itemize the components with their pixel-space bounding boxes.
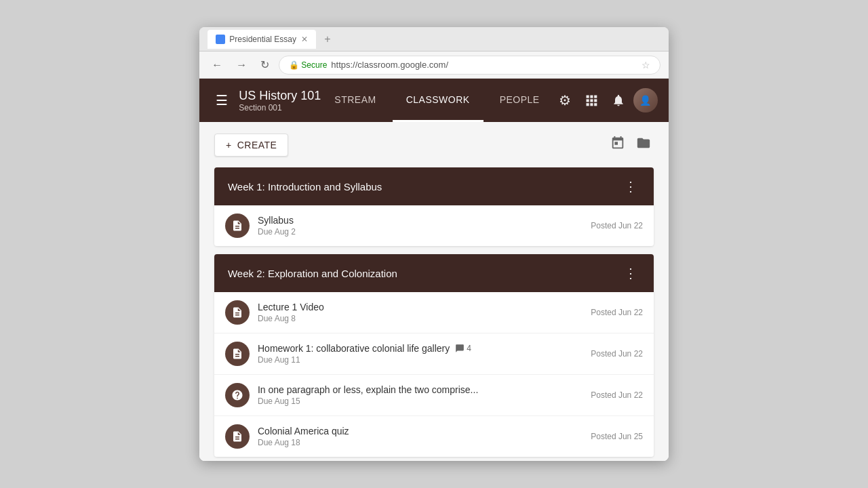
- comment-count: 4: [467, 344, 471, 353]
- comment-badge: 4: [455, 344, 471, 353]
- avatar[interactable]: 👤: [633, 88, 658, 113]
- tab-close-button[interactable]: ✕: [301, 35, 308, 44]
- nav-people[interactable]: PEOPLE: [486, 79, 553, 122]
- nav-icons: ⚙ 👤: [553, 87, 658, 114]
- avatar-image: 👤: [633, 88, 658, 113]
- content-wrapper: + CREATE: [203, 133, 665, 461]
- assignment-icon-lecture1: [225, 300, 250, 325]
- assignment-homework1-title-row: Homework 1: collaborative colonial life …: [258, 343, 583, 354]
- course-title: US History 101: [239, 89, 321, 103]
- tab-title: Presidential Essay: [229, 35, 296, 44]
- new-tab-button[interactable]: +: [321, 33, 333, 45]
- nav-stream[interactable]: STREAM: [321, 79, 389, 122]
- address-bar[interactable]: 🔒 Secure https://classroom.google.com/ ☆: [279, 56, 660, 75]
- topic-week1-header: Week 1: Introduction and Syllabus ⋮: [214, 167, 654, 205]
- main-area[interactable]: + CREATE: [199, 122, 668, 461]
- url-text: https://classroom.google.com/: [331, 60, 448, 70]
- assignment-lecture1-info: Lecture 1 Video Due Aug 8: [258, 302, 583, 323]
- svg-rect-1: [590, 96, 593, 98]
- assignment-homework1[interactable]: Homework 1: collaborative colonial life …: [214, 333, 654, 375]
- settings-button[interactable]: ⚙: [553, 87, 576, 114]
- svg-rect-5: [594, 99, 597, 102]
- topic-week2-header: Week 2: Exploration and Colonization ⋮: [214, 254, 654, 292]
- top-nav: ☰ US History 101 Section 001 STREAM CLAS…: [199, 79, 668, 122]
- app-content: ☰ US History 101 Section 001 STREAM CLAS…: [199, 79, 668, 461]
- assignment-lecture1[interactable]: Lecture 1 Video Due Aug 8 Posted Jun 22: [214, 292, 654, 333]
- assignment-homework1-info: Homework 1: collaborative colonial life …: [258, 343, 583, 365]
- assignment-syllabus[interactable]: Syllabus Due Aug 2 Posted Jun 22: [214, 205, 654, 246]
- browser-tab[interactable]: Presidential Essay ✕: [208, 30, 316, 49]
- assignment-icon-homework1: [225, 342, 250, 366]
- assignment-syllabus-due: Due Aug 2: [258, 227, 583, 237]
- nav-classwork[interactable]: CLASSWORK: [393, 79, 484, 122]
- assignment-colonial-quiz-due: Due Aug 18: [258, 438, 583, 447]
- assignment-colonial-quiz-title: Colonial America quiz: [258, 426, 349, 436]
- notifications-button[interactable]: [606, 88, 631, 113]
- svg-rect-6: [586, 103, 589, 106]
- course-section: Section 001: [239, 103, 321, 113]
- assignment-homework1-due: Due Aug 11: [258, 355, 583, 365]
- assignment-lecture1-due: Due Aug 8: [258, 314, 583, 323]
- create-button[interactable]: + CREATE: [214, 134, 288, 157]
- nav-links: STREAM CLASSWORK PEOPLE: [321, 79, 553, 122]
- svg-rect-2: [594, 96, 597, 98]
- folder-icon-button[interactable]: [633, 133, 654, 157]
- create-plus-icon: +: [226, 140, 232, 150]
- svg-rect-4: [590, 99, 593, 102]
- assignment-lecture1-title: Lecture 1 Video: [258, 302, 324, 312]
- assignment-colonial-quiz-posted: Posted Jun 25: [591, 432, 643, 441]
- topic-week2-title: Week 2: Exploration and Colonization: [228, 268, 397, 279]
- toolbar-icons: [608, 133, 654, 157]
- assignment-lecture1-posted: Posted Jun 22: [591, 308, 643, 317]
- secure-label: Secure: [301, 60, 327, 70]
- assignment-syllabus-title-row: Syllabus: [258, 215, 583, 226]
- assignment-syllabus-info: Syllabus Due Aug 2: [258, 215, 583, 237]
- apps-button[interactable]: [579, 88, 604, 113]
- topic-week1-menu-button[interactable]: ⋮: [621, 177, 640, 196]
- forward-button[interactable]: →: [232, 58, 251, 73]
- assignment-paragraph-question[interactable]: In one paragraph or less, explain the tw…: [214, 375, 654, 416]
- assignment-homework1-title: Homework 1: collaborative colonial life …: [258, 343, 450, 354]
- assignment-paragraph-title-row: In one paragraph or less, explain the tw…: [258, 384, 583, 395]
- topic-week2: Week 2: Exploration and Colonization ⋮: [214, 254, 654, 457]
- assignment-colonial-quiz-info: Colonial America quiz Due Aug 18: [258, 426, 583, 447]
- topic-week2-assignments: Lecture 1 Video Due Aug 8 Posted Jun 22: [214, 292, 654, 457]
- assignment-icon-colonial-quiz: [225, 424, 250, 449]
- assignment-colonial-quiz-title-row: Colonial America quiz: [258, 426, 583, 436]
- course-title-block: US History 101 Section 001: [239, 89, 321, 113]
- secure-badge: 🔒 Secure: [289, 60, 327, 70]
- toolbar-row: + CREATE: [214, 133, 654, 157]
- assignment-syllabus-title: Syllabus: [258, 215, 294, 226]
- assignment-paragraph-title: In one paragraph or less, explain the tw…: [258, 384, 478, 395]
- topic-week1-assignments: Syllabus Due Aug 2 Posted Jun 22: [214, 205, 654, 246]
- svg-rect-7: [590, 103, 593, 106]
- assignment-paragraph-due: Due Aug 15: [258, 396, 583, 406]
- lock-icon: 🔒: [289, 60, 299, 70]
- hamburger-button[interactable]: ☰: [210, 87, 233, 114]
- assignment-icon-paragraph: [225, 383, 250, 407]
- svg-rect-8: [594, 103, 597, 106]
- tab-favicon: [216, 35, 225, 44]
- svg-rect-3: [586, 99, 589, 102]
- assignment-icon-syllabus: [225, 214, 250, 238]
- bookmark-icon[interactable]: ☆: [642, 60, 650, 70]
- reload-button[interactable]: ↻: [256, 57, 273, 73]
- topic-week2-menu-button[interactable]: ⋮: [621, 264, 640, 283]
- back-button[interactable]: ←: [208, 58, 226, 73]
- svg-rect-0: [586, 96, 589, 98]
- assignment-paragraph-posted: Posted Jun 22: [591, 390, 643, 400]
- topic-week1: Week 1: Introduction and Syllabus ⋮: [214, 167, 654, 246]
- assignment-paragraph-info: In one paragraph or less, explain the tw…: [258, 384, 583, 406]
- assignment-colonial-quiz[interactable]: Colonial America quiz Due Aug 18 Posted …: [214, 416, 654, 457]
- assignment-lecture1-title-row: Lecture 1 Video: [258, 302, 583, 312]
- calendar-icon-button[interactable]: [608, 133, 628, 157]
- assignment-homework1-posted: Posted Jun 22: [591, 349, 643, 359]
- topic-week1-title: Week 1: Introduction and Syllabus: [228, 181, 382, 192]
- assignment-syllabus-posted: Posted Jun 22: [591, 221, 643, 230]
- create-label: CREATE: [237, 140, 277, 150]
